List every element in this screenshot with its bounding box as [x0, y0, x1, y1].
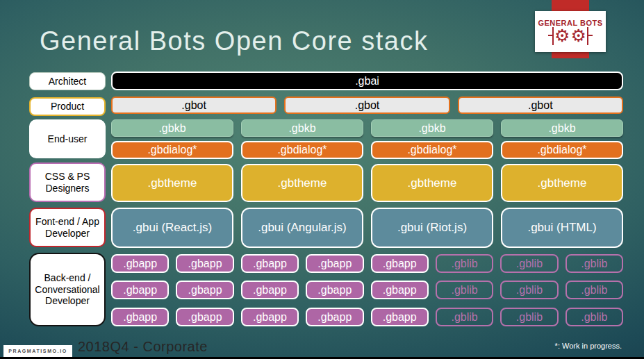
gbapp-box: .gbapp [111, 254, 169, 273]
gblib-box: .gblib [565, 281, 623, 299]
gbai-row: .gbai [111, 72, 623, 90]
gbapp-gblib-row: .gbapp .gbapp .gbapp .gbapp .gbapp .gbli… [111, 254, 623, 273]
gbapp-box: .gbapp [176, 254, 233, 273]
gear-icon: ⚙ [554, 27, 570, 44]
gear-line-icon [552, 27, 554, 45]
slide-footer-caption: 2018Q4 - Corporate [78, 339, 208, 355]
gbapp-box: .gbapp [111, 281, 169, 299]
gbdialog-box: .gbdialog* [371, 141, 493, 159]
gbui-row: .gbui (React.js) .gbui (Angular.js) .gbu… [111, 208, 623, 248]
gbapp-box: .gbapp [306, 308, 363, 326]
gbui-html-box: .gbui (HTML) [501, 208, 623, 248]
gbapp-box: .gbapp [306, 254, 363, 273]
role-label-css-ps-designers: CSS & PS Designers [29, 162, 106, 202]
gbapp-box: .gbapp [111, 308, 169, 326]
work-in-progress-note: *: Work in progress. [555, 342, 622, 350]
gbtheme-box: .gbtheme [371, 164, 493, 202]
role-label-frontend-app-developer: Font-end / App Developer [29, 208, 106, 247]
gbui-riot-box: .gbui (Riot.js) [371, 208, 493, 248]
gbapp-box: .gbapp [241, 308, 299, 326]
gbdialog-box: .gbdialog* [241, 141, 363, 159]
gbapp-gblib-row: .gbapp .gbapp .gbapp .gbapp .gbapp .gbli… [111, 308, 623, 326]
general-bots-logo: GENERAL BOTS ⚙ ⚙ [535, 11, 606, 52]
gbot-box: .gbot [284, 97, 449, 114]
gbdialog-box: .gbdialog* [501, 141, 623, 159]
gbot-box: .gbot [111, 97, 276, 114]
gbapp-box: .gbapp [371, 281, 429, 299]
gbkb-box: .gbkb [111, 119, 233, 137]
gbtheme-box: .gbtheme [111, 164, 233, 202]
gblib-box: .gblib [565, 254, 623, 273]
gbapp-gblib-row: .gbapp .gbapp .gbapp .gbapp .gbapp .gbli… [111, 281, 623, 299]
role-label-end-user: End-user [29, 119, 106, 158]
gbapp-box: .gbapp [176, 308, 233, 326]
gbkb-box: .gbkb [241, 119, 363, 137]
gblib-box: .gblib [565, 308, 623, 326]
pragmatismo-logo: PRAGMATISMO.IO [3, 345, 72, 357]
role-label-backend-conversational-developer: Back-end / Conversational Developer [29, 253, 106, 326]
gbdialog-box: .gbdialog* [111, 141, 233, 159]
gblib-box: .gblib [436, 308, 493, 326]
gblib-box: .gblib [500, 281, 558, 299]
gblib-box: .gblib [436, 254, 493, 273]
gear-line-icon [587, 27, 588, 45]
gbdialog-row: .gbdialog* .gbdialog* .gbdialog* .gbdial… [111, 141, 623, 159]
role-label-product: Product [29, 97, 106, 116]
gbapp-box: .gbapp [306, 281, 363, 299]
gblib-box: .gblib [500, 254, 558, 273]
gbot-row: .gbot .gbot .gbot [111, 97, 623, 114]
gbui-angular-box: .gbui (Angular.js) [241, 208, 363, 248]
gblib-box: .gblib [436, 281, 493, 299]
gbui-react-box: .gbui (React.js) [111, 208, 233, 248]
gbtheme-row: .gbtheme .gbtheme .gbtheme .gbtheme [111, 164, 623, 202]
gbot-box: .gbot [458, 97, 623, 114]
gbkb-box: .gbkb [501, 119, 623, 137]
gbtheme-box: .gbtheme [501, 164, 623, 202]
gbkb-box: .gbkb [371, 119, 493, 137]
slide: General Bots Open Core stack GENERAL BOT… [0, 0, 644, 359]
gbapp-box: .gbapp [371, 308, 429, 326]
page-title: General Bots Open Core stack [40, 26, 428, 56]
gears-row: ⚙ ⚙ [552, 27, 588, 45]
gbkb-row: .gbkb .gbkb .gbkb .gbkb [111, 119, 623, 137]
gbai-box: .gbai [111, 72, 623, 90]
gear-icon: ⚙ [571, 27, 586, 44]
gbapp-box: .gbapp [371, 254, 429, 273]
role-label-architect: Architect [29, 72, 106, 90]
gbapp-box: .gbapp [241, 254, 299, 273]
gbapp-box: .gbapp [241, 281, 299, 299]
gbapp-box: .gbapp [176, 281, 233, 299]
gbtheme-box: .gbtheme [241, 164, 363, 202]
logo-brand-text: GENERAL BOTS [538, 19, 602, 27]
pragmatismo-logo-text: PRAGMATISMO.IO [8, 349, 67, 353]
gblib-box: .gblib [500, 308, 558, 326]
